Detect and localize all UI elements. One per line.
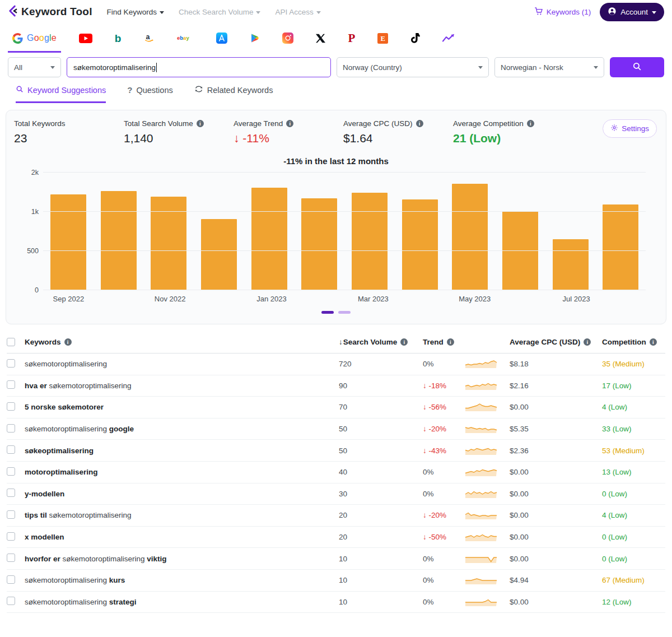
platform-tab-ebay[interactable]: ebay — [172, 32, 198, 51]
bing-icon: b — [115, 33, 122, 44]
keyword-text: x modellen — [25, 533, 339, 541]
chart-bar-oct-2022 — [101, 191, 137, 290]
instagram-icon — [282, 32, 293, 44]
chart-pager-dash-active[interactable] — [321, 311, 334, 314]
chart-bar-slot — [43, 173, 94, 290]
keyword-text: søkemotoroptimalisering google — [25, 425, 339, 433]
header-search-volume[interactable]: ↓ Search Volumei — [339, 338, 423, 346]
trend-value: 0% — [423, 360, 434, 368]
trend-down-icon: ↓ — [423, 403, 427, 411]
platform-tab-amazon[interactable]: a — [139, 30, 159, 53]
platform-tab-google-play[interactable] — [245, 31, 264, 52]
row-checkbox[interactable] — [7, 445, 15, 454]
chart-bar-slot — [545, 173, 596, 290]
chart-x-tick — [500, 295, 551, 303]
search-button[interactable] — [610, 57, 664, 77]
chevron-down-icon — [256, 11, 260, 14]
platform-tab-instagram[interactable] — [278, 30, 298, 53]
table-row: 5 norske søkemotorer 70 ↓ -56% $0.00 4 (… — [7, 397, 665, 419]
cpc-value: $2.16 — [510, 382, 602, 390]
chevron-down-icon — [316, 11, 321, 14]
keyword-text: y-modellen — [25, 490, 339, 498]
gear-icon — [610, 124, 618, 133]
svg-text:ebay: ebay — [177, 35, 189, 41]
svg-text:E: E — [381, 34, 385, 42]
chart-bar-slot — [244, 173, 295, 290]
table-row: søkemotoroptimalisering google 50 ↓ -20%… — [7, 419, 665, 440]
country-select[interactable]: Norway (Country) — [337, 57, 489, 77]
platform-tab-google[interactable]: Google — [8, 31, 61, 53]
header-keywords: Keywordsi — [25, 338, 339, 346]
chart-bar-slot — [495, 173, 545, 290]
stat-label: Average Trendi — [234, 119, 343, 128]
trend-sparkline — [465, 401, 497, 412]
platform-tab-tiktok[interactable] — [406, 31, 424, 53]
select-all-checkbox[interactable] — [7, 338, 15, 346]
row-checkbox[interactable] — [7, 575, 15, 584]
row-checkbox[interactable] — [7, 467, 15, 476]
nav-item-check-search-volume[interactable]: Check Search Volume — [179, 8, 261, 16]
nav-item-api-access[interactable]: API Access — [275, 8, 320, 16]
table-row: tips til søkemotoroptimalisering 20 ↓ -2… — [7, 505, 665, 527]
related-icon — [194, 85, 203, 95]
row-checkbox[interactable] — [7, 380, 15, 389]
platform-tab-bing[interactable]: b — [110, 31, 126, 53]
competition-value: 35 (Medium) — [602, 360, 665, 368]
google-play-icon — [250, 33, 260, 43]
info-icon: i — [527, 120, 534, 127]
competition-value: 17 (Low) — [602, 382, 665, 390]
platform-tab-app-store[interactable] — [212, 30, 232, 53]
row-checkbox[interactable] — [7, 359, 15, 368]
trend-value: 0% — [423, 576, 434, 584]
keyword-table-body: søkemotoroptimalisering 720 0% $8.18 35 … — [7, 354, 665, 613]
row-checkbox[interactable] — [7, 424, 15, 433]
tiktok-icon — [410, 33, 420, 44]
stat-value: ↓ -11% — [234, 132, 343, 145]
account-button[interactable]: Account — [600, 3, 664, 21]
chart-bar-aug-2023 — [603, 204, 638, 290]
info-icon: i — [197, 120, 204, 127]
platform-tab-youtube[interactable] — [74, 31, 97, 52]
brand-logo[interactable]: Keyword Tool — [8, 4, 92, 19]
row-checkbox[interactable] — [7, 489, 15, 497]
chart-bar-slot — [395, 173, 445, 290]
settings-button[interactable]: Settings — [603, 119, 657, 138]
row-checkbox[interactable] — [7, 597, 15, 605]
chart-gridline — [43, 211, 646, 212]
cart-button[interactable]: Keywords (1) — [534, 7, 591, 17]
platform-tab-pinterest[interactable]: P — [343, 31, 360, 53]
chart-x-tick: Jan 2023 — [246, 295, 297, 303]
stat-label: Total Keywords — [14, 119, 124, 128]
search-volume-value: 10 — [339, 555, 423, 563]
competition-value: 12 (Low) — [602, 598, 665, 606]
table-row: x modellen 20 ↓ -50% $0.00 0 (Low) — [7, 527, 665, 548]
tab-keyword-suggestions[interactable]: Keyword Suggestions — [16, 85, 106, 103]
nav-item-label: Check Search Volume — [179, 8, 254, 16]
keyword-text: søkeoptimalisering — [25, 447, 339, 455]
row-checkbox[interactable] — [7, 532, 15, 541]
table-row: søkemotoroptimalisering kurs 10 0% $4.94… — [7, 570, 665, 592]
platform-tab-etsy[interactable]: E — [373, 31, 393, 53]
cpc-value: $0.00 — [510, 490, 602, 498]
platform-tab-google-trends[interactable] — [438, 31, 459, 52]
nav-item-find-keywords[interactable]: Find Keywords — [107, 8, 164, 16]
trend-sparkline — [465, 552, 497, 564]
nav-menu: Find KeywordsCheck Search VolumeAPI Acce… — [107, 8, 321, 16]
row-checkbox[interactable] — [7, 510, 15, 519]
row-checkbox[interactable] — [7, 402, 15, 411]
chart-x-axis: Sep 2022Nov 2022Jan 2023Mar 2023May 2023… — [43, 295, 652, 303]
scope-select[interactable]: All — [8, 57, 61, 77]
chart-x-tick — [94, 295, 145, 303]
row-checkbox[interactable] — [7, 554, 15, 562]
language-select[interactable]: Norwegian - Norsk — [494, 57, 604, 77]
trend-value: 0% — [423, 468, 434, 476]
chart-pager-dash[interactable] — [338, 311, 351, 314]
search-volume-value: 20 — [339, 533, 423, 541]
chart-bar-slot — [344, 173, 395, 290]
search-input[interactable]: søkemotoroptimalisering — [67, 57, 331, 77]
tab-questions[interactable]: ?Questions — [127, 85, 172, 103]
trend-value: 0% — [423, 555, 434, 563]
youtube-icon — [79, 34, 92, 43]
tab-related-keywords[interactable]: Related Keywords — [194, 85, 273, 103]
platform-tab-x-twitter[interactable] — [311, 31, 330, 52]
